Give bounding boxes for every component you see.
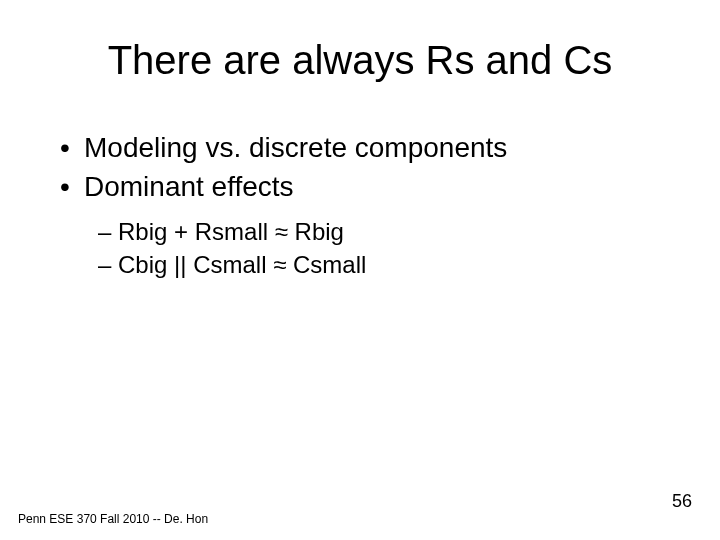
page-number: 56 bbox=[672, 491, 692, 512]
slide: There are always Rs and Cs Modeling vs. … bbox=[0, 0, 720, 540]
sub-bullet-item: Cbig || Csmall ≈ Csmall bbox=[98, 249, 658, 280]
footer-text: Penn ESE 370 Fall 2010 -- De. Hon bbox=[18, 512, 208, 526]
sub-bullet-item: Rbig + Rsmall ≈ Rbig bbox=[98, 216, 658, 247]
bullet-item: Modeling vs. discrete components bbox=[60, 130, 660, 165]
bullet-list: Modeling vs. discrete components Dominan… bbox=[60, 130, 660, 208]
sub-bullet-list: Rbig + Rsmall ≈ Rbig Cbig || Csmall ≈ Cs… bbox=[98, 216, 658, 282]
bullet-item: Dominant effects bbox=[60, 169, 660, 204]
slide-title: There are always Rs and Cs bbox=[0, 38, 720, 83]
